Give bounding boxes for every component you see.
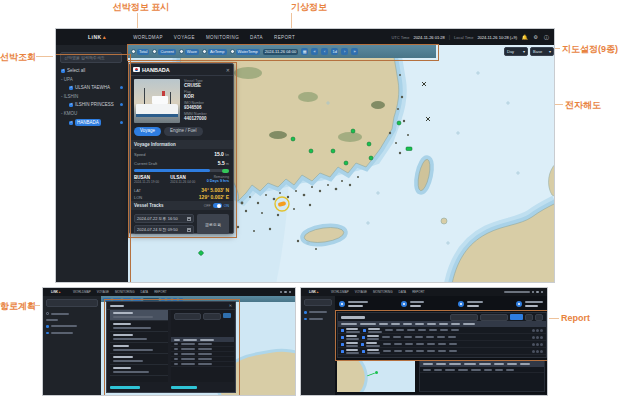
voyage-map-thumbnail[interactable] [337, 360, 415, 392]
menu-voyage[interactable]: VOYAGE [97, 290, 109, 294]
row-action-icon[interactable] [540, 329, 543, 332]
route-leg-row[interactable] [110, 332, 168, 343]
mini-search-input[interactable] [304, 299, 332, 306]
voyage-row[interactable] [338, 348, 546, 355]
menu-voyage[interactable]: VOYAGE [355, 290, 367, 294]
menu-monitoring[interactable]: MONITORING [115, 290, 134, 294]
tab-voyage[interactable]: Voyage [134, 127, 161, 136]
vessel-item-hanbada[interactable]: HANBADA [64, 117, 128, 128]
detail-row[interactable] [420, 367, 544, 373]
row-action-icon[interactable] [532, 350, 535, 353]
voyage-row[interactable] [338, 327, 546, 334]
voyage-row[interactable] [338, 334, 546, 341]
close-icon[interactable]: ✕ [226, 67, 230, 73]
calendar-icon[interactable]: ▦ [301, 48, 308, 55]
info-icon[interactable]: ⓘ [543, 34, 550, 41]
vessel-item-ulsan-taewha[interactable]: ULSAN TAEWHA [64, 83, 128, 92]
step-forward-fast-button[interactable]: » [351, 48, 358, 55]
export-button[interactable] [525, 314, 533, 321]
calendar-icon[interactable] [187, 228, 191, 232]
vessel-checkbox[interactable] [69, 121, 73, 125]
route-leg-row[interactable] [110, 321, 168, 332]
route-leg-row[interactable] [110, 310, 168, 321]
row-action-icon[interactable] [531, 395, 534, 396]
bell-icon[interactable]: 🔔 [521, 34, 528, 41]
menu-voyage[interactable]: VOYAGE [174, 35, 195, 40]
settings-button[interactable] [535, 314, 543, 321]
row-action-icon[interactable] [536, 336, 539, 339]
row-action-icon[interactable] [536, 350, 539, 353]
map-mode-select[interactable]: Day▾ [504, 47, 528, 56]
calendar-icon[interactable] [187, 217, 191, 221]
app-logo[interactable]: LiNK▲ [309, 290, 319, 294]
row-action-icon[interactable] [540, 350, 543, 353]
toggle-airtemp[interactable]: AirTemp [202, 49, 227, 55]
waypoint-row[interactable] [171, 362, 234, 367]
fleet-group-ilshin[interactable]: - ILSHIN [56, 92, 128, 100]
menu-worldmap[interactable]: WORLDMAP [73, 290, 91, 294]
step-back-fast-button[interactable]: « [311, 48, 318, 55]
voyage-row[interactable] [338, 341, 546, 348]
map-layer-select[interactable]: Base▾ [530, 47, 554, 56]
toggle-current[interactable]: Current [152, 49, 175, 55]
nav-icons[interactable] [280, 291, 292, 294]
date-from-input[interactable] [450, 314, 478, 321]
app-logo[interactable]: LiNK▲ [88, 34, 107, 40]
menu-data[interactable]: DATA [141, 290, 149, 294]
weather-date[interactable]: 2024-11-26 04:00 [263, 49, 298, 55]
gear-icon[interactable]: ⚙ [532, 34, 539, 41]
vessel-search-input[interactable] [60, 52, 122, 63]
close-icon[interactable]: ✕ [229, 303, 232, 308]
toggle-wave[interactable]: Wave [179, 49, 199, 55]
track-date-from-input[interactable]: 2024-07-22 오후 16:50 [134, 214, 194, 223]
app-logo[interactable]: LiNK▲ [51, 290, 61, 294]
menu-report[interactable]: REPORT [412, 290, 424, 294]
toggle-total[interactable]: Total [131, 49, 149, 55]
track-date-to-input[interactable]: 2024-07-24 오전 09:50 [134, 225, 194, 234]
menu-data[interactable]: DATA [399, 290, 407, 294]
select-all-checkbox[interactable] [61, 69, 65, 73]
detail-field[interactable] [203, 313, 222, 320]
menu-report[interactable]: REPORT [154, 290, 166, 294]
field-vessel-type: Vessel TypeCRUISE [184, 79, 231, 90]
date-to-input[interactable] [480, 314, 508, 321]
route-leg-row[interactable] [110, 343, 168, 354]
route-leg-row[interactable] [110, 365, 168, 376]
row-action-icon[interactable] [532, 336, 535, 339]
detail-button[interactable] [223, 313, 231, 318]
toggle-watertemp[interactable]: WaterTemp [230, 49, 260, 55]
voyage-row[interactable] [337, 394, 545, 396]
menu-worldmap[interactable]: WORLDMAP [331, 290, 349, 294]
step-back-button[interactable]: ‹ [321, 48, 328, 55]
vessel-checkbox[interactable] [69, 86, 73, 90]
fleet-group-kmou[interactable]: - KMOU [56, 109, 128, 117]
route-leg-row[interactable] [110, 354, 168, 365]
row-action-icon[interactable] [539, 395, 542, 396]
menu-worldmap[interactable]: WORLDMAP [133, 35, 163, 40]
route-leg-list[interactable] [110, 310, 168, 382]
menu-report[interactable]: REPORT [274, 35, 295, 40]
step-interval-button[interactable]: 1d [331, 48, 338, 55]
nav-icons[interactable] [504, 291, 544, 294]
row-action-icon[interactable] [540, 336, 543, 339]
menu-monitoring[interactable]: MONITORING [206, 35, 239, 40]
menu-data[interactable]: DATA [250, 35, 263, 40]
tracks-toggle[interactable] [213, 203, 222, 208]
row-action-icon[interactable] [540, 343, 543, 346]
row-action-icon[interactable] [536, 329, 539, 332]
row-action-icon[interactable] [532, 343, 535, 346]
row-action-icon[interactable] [535, 395, 538, 396]
track-search-button[interactable]: 경로조회 [197, 214, 229, 234]
vessel-item-ilshin-princess[interactable]: ILSHIN PRINCESS [64, 100, 128, 109]
row-action-icon[interactable] [532, 329, 535, 332]
tab-engine-fuel[interactable]: Engine / Fuel [164, 127, 203, 136]
search-button[interactable] [510, 314, 523, 320]
row-action-icon[interactable] [536, 343, 539, 346]
step-forward-button[interactable]: › [341, 48, 348, 55]
mini-search-input[interactable] [46, 299, 98, 307]
menu-monitoring[interactable]: MONITORING [373, 290, 392, 294]
detail-field[interactable] [174, 313, 201, 320]
vessel-checkbox[interactable] [69, 103, 73, 107]
select-all-row[interactable]: Select all [56, 66, 128, 75]
fleet-group-upa[interactable]: - UPA [56, 75, 128, 83]
